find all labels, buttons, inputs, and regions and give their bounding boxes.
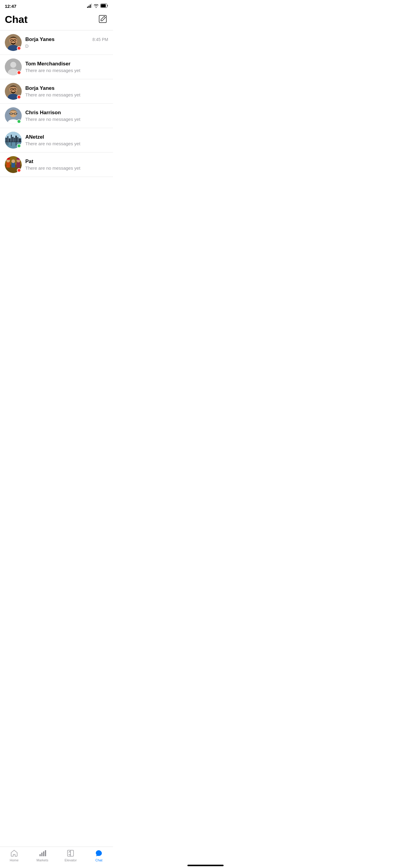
message-preview: There are no messages yet — [25, 165, 108, 170]
status-bar: 12:47 — [0, 0, 113, 11]
svg-rect-0 — [87, 7, 88, 8]
chat-nav-icon — [95, 849, 103, 857]
list-item[interactable]: Borja Yanes There are no messages yet — [0, 79, 113, 104]
status-indicator — [17, 70, 21, 75]
contact-name: Pat — [25, 158, 33, 164]
contact-name: Borja Yanes — [25, 85, 55, 91]
chat-content: Borja Yanes 8:45 PM D — [25, 36, 108, 49]
list-item[interactable]: Pat There are no messages yet — [0, 153, 113, 177]
page-title: Chat — [5, 13, 28, 25]
svg-rect-61 — [45, 850, 46, 856]
status-indicator — [17, 168, 21, 173]
list-item[interactable]: Tom Merchandiser There are no messages y… — [0, 55, 113, 79]
nav-label-home: Home — [10, 858, 19, 862]
nav-item-chat[interactable]: Chat — [85, 849, 113, 862]
contact-name: Tom Merchandiser — [25, 61, 70, 67]
message-time: 8:45 PM — [93, 37, 108, 42]
message-preview: There are no messages yet — [25, 141, 108, 146]
svg-rect-5 — [101, 4, 106, 7]
svg-rect-44 — [11, 142, 12, 146]
chat-header-row: Borja Yanes 8:45 PM — [25, 36, 108, 42]
svg-point-52 — [11, 159, 15, 163]
nav-label-chat: Chat — [96, 858, 102, 862]
svg-rect-26 — [14, 113, 17, 115]
chat-header-row: Tom Merchandiser — [25, 61, 108, 67]
nav-label-elevator: Elevator — [64, 858, 76, 862]
nav-label-markets: Markets — [36, 858, 48, 862]
chat-header-row: Chris Harrison — [25, 110, 108, 116]
list-item[interactable]: Borja Yanes 8:45 PM D — [0, 30, 113, 55]
status-indicator — [17, 119, 21, 124]
status-icons — [87, 4, 108, 9]
svg-rect-6 — [99, 16, 106, 23]
status-indicator — [17, 46, 21, 50]
message-preview: There are no messages yet — [25, 92, 108, 97]
chat-header-row: ANetzel — [25, 134, 108, 140]
chat-content: Borja Yanes There are no messages yet — [25, 85, 108, 97]
svg-rect-60 — [43, 851, 44, 856]
chat-list: Borja Yanes 8:45 PM D Tom Merchandiser T — [0, 30, 113, 201]
svg-point-14 — [10, 62, 16, 68]
svg-rect-37 — [12, 137, 13, 142]
elevator-icon — [67, 849, 74, 857]
status-indicator — [17, 144, 21, 148]
compose-icon — [98, 15, 107, 23]
nav-item-elevator[interactable]: Elevator — [57, 849, 85, 862]
contact-name: ANetzel — [25, 134, 44, 140]
contact-name: Borja Yanes — [25, 36, 55, 42]
page-header: Chat — [0, 11, 113, 30]
avatar-container — [5, 59, 22, 75]
chat-content: Tom Merchandiser There are no messages y… — [25, 61, 108, 73]
battery-icon — [100, 4, 108, 9]
svg-rect-58 — [39, 854, 41, 856]
svg-rect-34 — [7, 136, 8, 142]
avatar-container — [5, 156, 22, 173]
svg-rect-36 — [11, 135, 12, 142]
chat-header-row: Pat — [25, 158, 108, 164]
svg-rect-33 — [5, 138, 7, 142]
svg-rect-38 — [14, 138, 15, 142]
svg-rect-3 — [91, 4, 92, 8]
status-time: 12:47 — [5, 4, 16, 9]
svg-rect-40 — [17, 137, 19, 142]
chat-content: Pat There are no messages yet — [25, 158, 108, 170]
avatar-container — [5, 83, 22, 100]
list-item[interactable]: ANetzel There are no messages yet — [0, 128, 113, 153]
bottom-navigation: Home Markets Elevator Chat — [0, 846, 113, 868]
message-preview: There are no messages yet — [25, 117, 108, 122]
svg-rect-56 — [7, 158, 9, 159]
avatar-container — [5, 34, 22, 51]
svg-rect-39 — [15, 135, 17, 142]
svg-rect-42 — [5, 142, 7, 145]
avatar-container — [5, 107, 22, 124]
status-indicator — [17, 95, 21, 99]
home-icon — [10, 849, 18, 857]
wifi-icon — [94, 4, 98, 9]
svg-rect-2 — [90, 4, 91, 8]
nav-item-markets[interactable]: Markets — [28, 849, 57, 862]
chat-content: Chris Harrison There are no messages yet — [25, 110, 108, 122]
chat-header-row: Borja Yanes — [25, 85, 108, 91]
svg-rect-43 — [7, 142, 8, 145]
chat-content: ANetzel There are no messages yet — [25, 134, 108, 146]
list-item[interactable]: Chris Harrison There are no messages yet — [0, 104, 113, 128]
svg-rect-25 — [10, 113, 12, 115]
svg-rect-59 — [41, 852, 42, 856]
markets-icon — [38, 849, 46, 857]
svg-rect-41 — [19, 138, 21, 142]
nav-item-home[interactable]: Home — [0, 849, 28, 862]
compose-button[interactable] — [97, 13, 108, 25]
contact-name: Chris Harrison — [25, 110, 61, 116]
message-preview: D — [25, 43, 108, 49]
svg-rect-1 — [89, 6, 90, 8]
message-preview: There are no messages yet — [25, 68, 108, 73]
avatar-container — [5, 132, 22, 149]
svg-point-57 — [16, 158, 21, 160]
signal-icon — [87, 4, 92, 9]
svg-rect-35 — [9, 138, 10, 142]
